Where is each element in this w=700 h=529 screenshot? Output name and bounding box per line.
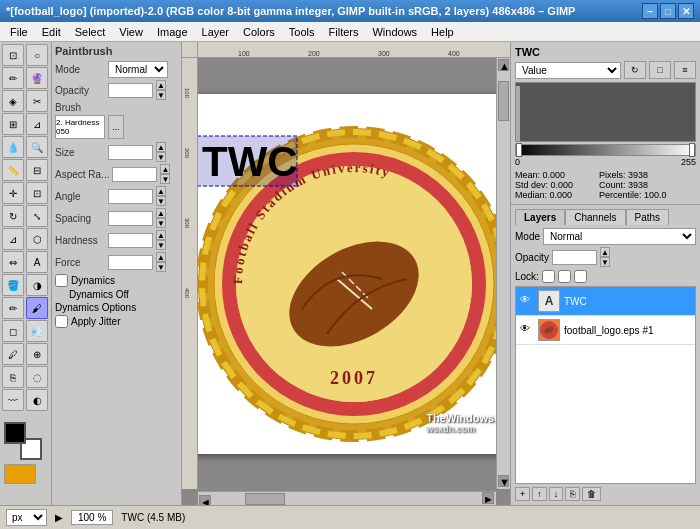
scroll-btn-down[interactable]: ▼ [498,475,509,487]
image-canvas[interactable]: Football Stadium University [198,94,510,454]
spacing-input[interactable]: 10.0 [108,211,153,226]
blur-sharpen-tool[interactable]: ◌ [26,366,48,388]
rotate-tool[interactable]: ↻ [2,205,24,227]
angle-down[interactable]: ▼ [156,196,166,206]
scroll-btn-up[interactable]: ▲ [498,59,509,71]
hardness-up[interactable]: ▲ [156,230,166,240]
hardness-down[interactable]: ▼ [156,240,166,250]
hist-thumb-left[interactable] [516,143,522,157]
histogram-log[interactable]: ≡ [674,61,696,79]
layer-opacity-up[interactable]: ▲ [600,247,610,257]
new-layer-btn[interactable]: + [515,487,530,501]
aspect-down[interactable]: ▼ [160,174,170,184]
paths-tool[interactable]: ⊿ [26,113,48,135]
dynamics-checkbox[interactable] [55,274,68,287]
ellipse-select-tool[interactable]: ○ [26,44,48,66]
free-select-tool[interactable]: ✏ [2,67,24,89]
eraser-tool[interactable]: ◻ [2,320,24,342]
force-input[interactable]: 50.0 [108,255,153,270]
layer-eye-twc[interactable]: 👁 [520,294,534,308]
foreground-color[interactable] [4,422,26,444]
text-tool[interactable]: A [26,251,48,273]
scrollbar-vertical[interactable]: ▲ ▼ [496,58,510,489]
heal-tool[interactable]: ⊕ [26,343,48,365]
layer-opacity-input[interactable]: 100.0 [552,250,597,265]
scissors-tool[interactable]: ✂ [26,90,48,112]
ink-tool[interactable]: 🖊 [2,343,24,365]
delete-layer-btn[interactable]: 🗑 [582,487,601,501]
menu-filters[interactable]: Filters [323,24,365,40]
hardness-input[interactable]: 50.0 [108,233,153,248]
aspect-input[interactable]: 0.00 [112,167,157,182]
menu-select[interactable]: Select [69,24,112,40]
aspect-up[interactable]: ▲ [160,164,170,174]
layer-item-football[interactable]: 👁 football_logo.eps #1 [516,316,695,345]
active-color-indicator[interactable] [4,464,36,484]
angle-up[interactable]: ▲ [156,186,166,196]
maximize-button[interactable]: □ [660,3,676,19]
minimize-button[interactable]: – [642,3,658,19]
layer-mode-select[interactable]: Normal Multiply Screen [543,228,696,245]
histogram-refresh[interactable]: ↻ [624,61,646,79]
histogram-linear[interactable]: □ [649,61,671,79]
scroll-thumb-h[interactable] [245,493,285,505]
spacing-up[interactable]: ▲ [156,208,166,218]
brush-preview[interactable]: 2. Hardness 050 [55,115,105,139]
opacity-down[interactable]: ▼ [156,90,166,100]
lock-alpha-checkbox[interactable] [542,270,555,283]
menu-layer[interactable]: Layer [196,24,236,40]
apply-jitter-checkbox[interactable] [55,315,68,328]
foreground-select-tool[interactable]: ⊞ [2,113,24,135]
align-tool[interactable]: ⊟ [26,159,48,181]
menu-help[interactable]: Help [425,24,460,40]
fuzzy-select-tool[interactable]: 🔮 [26,67,48,89]
force-down[interactable]: ▼ [156,262,166,272]
angle-input[interactable]: 0.00 [108,189,153,204]
force-up[interactable]: ▲ [156,252,166,262]
flip-tool[interactable]: ⇔ [2,251,24,273]
lock-move-checkbox[interactable] [574,270,587,283]
duplicate-layer-btn[interactable]: ⎘ [565,487,580,501]
opacity-up[interactable]: ▲ [156,80,166,90]
crop-tool[interactable]: ⊡ [26,182,48,204]
lower-layer-btn[interactable]: ↓ [549,487,564,501]
size-up[interactable]: ▲ [156,142,166,152]
scroll-btn-left[interactable]: ◄ [199,495,211,505]
pencil-tool[interactable]: ✏ [2,297,24,319]
tab-layers[interactable]: Layers [515,209,565,225]
lock-paint-checkbox[interactable] [558,270,571,283]
menu-windows[interactable]: Windows [366,24,423,40]
layer-item-twc[interactable]: 👁 A TWC [516,287,695,316]
scroll-thumb[interactable] [498,81,509,121]
paintbrush-tool[interactable]: 🖌 [26,297,48,319]
menu-file[interactable]: File [4,24,34,40]
menu-edit[interactable]: Edit [36,24,67,40]
layer-opacity-down[interactable]: ▼ [600,257,610,267]
zoom-control[interactable]: 100 % [71,510,113,525]
brush-options-btn[interactable]: ... [108,115,124,139]
unit-select[interactable]: px mm in [6,509,47,526]
hist-thumb-right[interactable] [689,143,695,157]
shear-tool[interactable]: ⊿ [2,228,24,250]
menu-tools[interactable]: Tools [283,24,321,40]
opacity-input[interactable]: 100.0 [108,83,153,98]
scale-tool[interactable]: ⤡ [26,205,48,227]
scroll-btn-right[interactable]: ► [482,492,494,504]
spacing-down[interactable]: ▼ [156,218,166,228]
size-input[interactable]: 9.00 [108,145,153,160]
tab-channels[interactable]: Channels [565,209,625,225]
close-button[interactable]: ✕ [678,3,694,19]
channel-select[interactable]: Value Red Green Blue [515,62,621,79]
mode-select[interactable]: Normal Multiply Screen [108,61,168,78]
measure-tool[interactable]: 📏 [2,159,24,181]
perspective-tool[interactable]: ⬡ [26,228,48,250]
layer-eye-football[interactable]: 👁 [520,323,534,337]
blend-tool[interactable]: ◑ [26,274,48,296]
raise-layer-btn[interactable]: ↑ [532,487,547,501]
canvas-area[interactable]: 100 200 300 400 100 200 300 400 [182,42,510,505]
smudge-tool[interactable]: 〰 [2,389,24,411]
zoom-tool[interactable]: 🔍 [26,136,48,158]
rect-select-tool[interactable]: ⊡ [2,44,24,66]
scrollbar-horizontal[interactable]: ◄ ► [198,491,496,505]
menu-image[interactable]: Image [151,24,194,40]
